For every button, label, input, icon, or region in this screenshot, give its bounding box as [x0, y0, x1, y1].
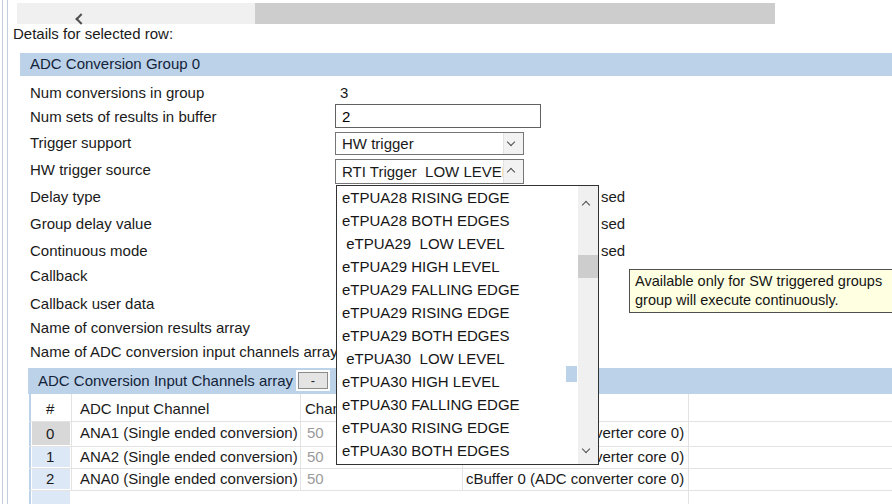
horizontal-scrollbar[interactable]: [17, 3, 775, 24]
dropdown-option[interactable]: eTPUA28 RISING EDGE: [337, 186, 578, 209]
panel-border-line: [2, 0, 3, 504]
dropdown-option[interactable]: eTPUA29 HIGH LEVEL: [337, 255, 578, 278]
cell-buffer[interactable]: cBuffer 0 (ADC converter core 0): [466, 470, 684, 487]
config-panel: Details for selected row: ADC Conversion…: [0, 0, 892, 504]
label-num-conversions: Num conversions in group: [30, 84, 204, 102]
cell-chan-value[interactable]: 50: [307, 470, 324, 487]
collapse-table-button[interactable]: -: [298, 372, 328, 389]
highlight-fragment: [566, 366, 577, 382]
cell-chan-value[interactable]: 50: [307, 424, 324, 441]
group-header: ADC Conversion Group 0: [20, 53, 892, 76]
panel-border-line: [7, 0, 8, 504]
column-header-index: #: [46, 400, 54, 417]
hw-trigger-source-value: RTI Trigger LOW LEVEL: [342, 163, 510, 180]
label-callback: Callback: [30, 267, 88, 285]
dropdown-option[interactable]: eTPUA30 LOW LEVEL: [337, 347, 578, 370]
grid-line: [29, 468, 892, 469]
num-sets-input[interactable]: [335, 104, 541, 128]
dropdown-scrollbar[interactable]: [578, 186, 598, 464]
grid-line: [300, 394, 301, 490]
label-callback-user-data: Callback user data: [30, 295, 154, 313]
tooltip-line1: Available only for SW triggered groups: [635, 272, 892, 291]
grid-line: [71, 394, 72, 490]
label-results-array: Name of conversion results array: [30, 319, 250, 337]
row-index-cell-empty[interactable]: [32, 491, 70, 504]
chevron-down-icon[interactable]: [503, 133, 523, 154]
details-caption: Details for selected row:: [13, 25, 173, 43]
label-continuous-mode: Continuous mode: [30, 242, 148, 260]
delay-type-value-fragment: sed: [601, 188, 625, 206]
trigger-support-select[interactable]: HW trigger: [335, 132, 524, 155]
scroll-down-icon[interactable]: [583, 438, 589, 456]
cell-chan-value[interactable]: 50: [307, 448, 324, 465]
dropdown-option[interactable]: eTPUA30 BOTH EDGES: [337, 439, 578, 462]
label-num-sets: Num sets of results in buffer: [30, 108, 216, 126]
column-header-channel: ADC Input Channel: [80, 400, 209, 417]
dropdown-option[interactable]: eTPUA29 LOW LEVEL: [337, 232, 578, 255]
table-left-border: [29, 394, 31, 504]
dropdown-option[interactable]: eTPUA30 HIGH LEVEL: [337, 370, 578, 393]
tooltip-line2: group will execute continuously.: [635, 291, 892, 310]
dropdown-scrollbar-thumb[interactable]: [578, 255, 598, 278]
grid-line: [29, 490, 892, 491]
row-index-cell-selected[interactable]: 0: [32, 422, 70, 445]
cell-channel[interactable]: ANA2 (Single ended conversion): [80, 448, 298, 465]
hw-trigger-source-dropdown: eTPUA28 RISING EDGE eTPUA28 BOTH EDGES e…: [336, 185, 599, 465]
cell-channel[interactable]: ANA0 (Single ended conversion): [80, 470, 298, 487]
label-trigger-support: Trigger support: [30, 134, 131, 152]
dropdown-option[interactable]: eTPUA29 FALLING EDGE: [337, 278, 578, 301]
scroll-up-icon[interactable]: [583, 194, 589, 212]
label-delay-type: Delay type: [30, 188, 101, 206]
continuous-mode-value-fragment: sed: [601, 242, 625, 260]
tooltip: Available only for SW triggered groups g…: [629, 269, 892, 313]
trigger-support-value: HW trigger: [342, 135, 414, 152]
row-index-cell[interactable]: 1: [32, 447, 70, 467]
cell-channel[interactable]: ANA1 (Single ended conversion): [80, 424, 298, 441]
num-conversions-value: 3: [340, 84, 348, 102]
row-index-cell[interactable]: 2: [32, 469, 70, 489]
group-header-title: ADC Conversion Group 0: [30, 55, 200, 72]
dropdown-option[interactable]: eTPUA28 BOTH EDGES: [337, 209, 578, 232]
dropdown-option[interactable]: eTPUA29 BOTH EDGES: [337, 324, 578, 347]
label-group-delay: Group delay value: [30, 215, 152, 233]
dropdown-option[interactable]: eTPUA30 FALLING EDGE: [337, 393, 578, 416]
scrollbar-thumb[interactable]: [255, 3, 775, 24]
grid-line: [688, 394, 689, 504]
chevron-up-icon[interactable]: [503, 160, 523, 183]
label-input-channels-array: Name of ADC conversion input channels ar…: [30, 343, 338, 361]
label-hw-trigger-source: HW trigger source: [30, 161, 151, 179]
group-delay-value-fragment: sed: [601, 215, 625, 233]
hw-trigger-source-select[interactable]: RTI Trigger LOW LEVEL: [335, 159, 524, 184]
channels-table-title: ADC Conversion Input Channels array: [38, 372, 293, 389]
dropdown-option[interactable]: eTPUA29 RISING EDGE: [337, 301, 578, 324]
dropdown-option[interactable]: eTPUA30 RISING EDGE: [337, 416, 578, 439]
